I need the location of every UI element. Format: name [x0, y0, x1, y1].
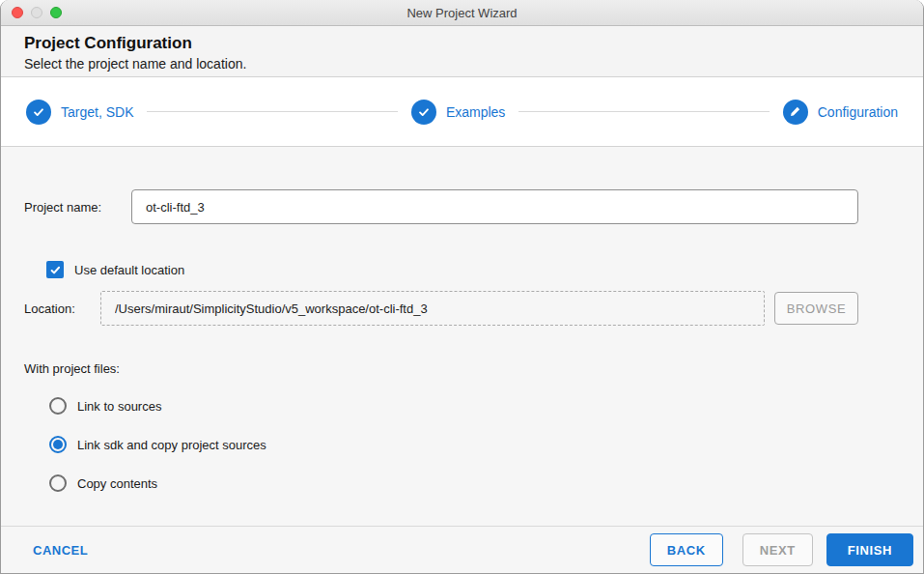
page-header: Project Configuration Select the project… — [1, 26, 923, 77]
next-button[interactable]: NEXT — [742, 533, 813, 566]
wizard-stepper: Target, SDK Examples Configuration — [1, 77, 923, 147]
location-input — [100, 291, 765, 326]
page-title: Project Configuration — [24, 33, 900, 54]
step-configuration[interactable]: Configuration — [783, 100, 898, 125]
titlebar: New Project Wizard — [1, 0, 923, 26]
window-title: New Project Wizard — [1, 0, 923, 26]
check-icon — [26, 100, 51, 125]
check-icon — [411, 100, 436, 125]
finish-button[interactable]: FINISH — [826, 533, 913, 566]
radio-icon-selected[interactable] — [49, 436, 67, 453]
step-label: Configuration — [818, 104, 898, 120]
project-name-label: Project name: — [24, 200, 131, 215]
radio-icon[interactable] — [49, 474, 67, 492]
radio-copy-contents[interactable]: Copy contents — [49, 474, 858, 492]
radio-icon[interactable] — [49, 397, 67, 415]
page-subtitle: Select the project name and location. — [24, 55, 900, 72]
new-project-wizard-window: New Project Wizard Project Configuration… — [0, 0, 924, 574]
use-default-location-label: Use default location — [74, 263, 184, 277]
step-label: Target, SDK — [61, 104, 133, 120]
use-default-location-row[interactable]: Use default location — [46, 261, 858, 278]
browse-button[interactable]: BROWSE — [774, 292, 858, 325]
radio-label: Copy contents — [77, 476, 157, 491]
radio-link-to-sources[interactable]: Link to sources — [49, 397, 858, 415]
step-label: Examples — [446, 104, 505, 120]
project-name-input[interactable] — [131, 189, 858, 224]
back-button[interactable]: BACK — [650, 533, 723, 566]
configuration-form: Project name: Use default location Locat… — [1, 147, 923, 526]
location-label: Location: — [24, 301, 100, 316]
radio-label: Link to sources — [77, 399, 161, 414]
step-examples[interactable]: Examples — [411, 100, 505, 125]
location-row: Location: BROWSE — [24, 291, 858, 326]
project-name-row: Project name: — [24, 189, 858, 224]
use-default-location-checkbox[interactable] — [46, 261, 64, 278]
stepper-connector — [147, 111, 397, 112]
stepper-connector — [518, 111, 769, 112]
wizard-footer: CANCEL BACK NEXT FINISH — [1, 526, 923, 573]
step-target-sdk[interactable]: Target, SDK — [26, 100, 133, 125]
cancel-button[interactable]: CANCEL — [33, 543, 88, 558]
radio-label: Link sdk and copy project sources — [77, 438, 266, 452]
pencil-icon — [783, 100, 808, 125]
radio-link-sdk-copy-sources[interactable]: Link sdk and copy project sources — [49, 436, 858, 453]
with-project-files-label: With project files: — [24, 361, 858, 376]
